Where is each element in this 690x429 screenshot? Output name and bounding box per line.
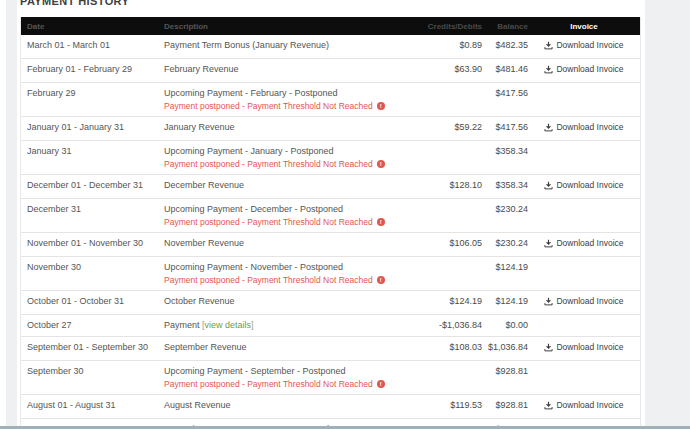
date-cell: August 01 - August 31 [21, 400, 158, 411]
balance-cell: $124.19 [482, 296, 528, 307]
download-invoice-link[interactable]: Download Invoice [544, 296, 623, 307]
credits-debits-cell: $108.03 [424, 342, 482, 353]
invoice-cell: Download Invoice [528, 64, 640, 77]
download-invoice-link[interactable]: Download Invoice [544, 64, 623, 75]
table-row: August 01 - August 31 August Revenue ! $… [21, 395, 640, 419]
invoice-cell: Download Invoice [528, 296, 640, 309]
description-cell: Upcoming Payment - September - Postponed… [158, 366, 424, 389]
credits-debits-cell: $63.90 [424, 64, 482, 75]
invoice-cell: Download Invoice [528, 400, 640, 413]
description-text: Upcoming Payment - February - Postponed [164, 88, 338, 98]
column-header-description: Description [158, 22, 424, 31]
description-text: Payment Term Bonus (January Revenue) [164, 40, 329, 50]
description-text: Upcoming Payment - December - Postponed [164, 204, 343, 214]
date-cell: February 29 [21, 88, 158, 99]
table-body: March 01 - March 01 Payment Term Bonus (… [21, 35, 640, 429]
download-invoice-link[interactable]: Download Invoice [544, 40, 623, 51]
date-cell: January 31 [21, 146, 158, 157]
description-cell: Upcoming Payment - December - Postponed … [158, 204, 424, 227]
balance-cell: $1,036.84 [482, 342, 528, 353]
column-header-date: Date [21, 22, 158, 31]
download-invoice-label: Download Invoice [556, 296, 623, 307]
description-text-line: Upcoming Payment - January - Postponed [164, 146, 424, 157]
warning-exclamation-icon: ! [377, 218, 385, 226]
balance-cell: $928.81 [482, 366, 528, 377]
balance-cell: $230.24 [482, 204, 528, 215]
invoice-cell: Download Invoice [528, 342, 640, 355]
view-details-link[interactable]: view details [205, 320, 252, 330]
date-cell: March 01 - March 01 [21, 40, 158, 51]
description-text: Upcoming Payment - November - Postponed [164, 262, 343, 272]
description-text-line: October Revenue [164, 296, 424, 307]
right-page-margin [645, 0, 690, 429]
table-row: February 29 Upcoming Payment - February … [21, 83, 640, 117]
download-icon [544, 239, 553, 248]
download-invoice-link[interactable]: Download Invoice [544, 342, 623, 353]
date-cell: December 31 [21, 204, 158, 215]
payment-history-table: Date Description Credits/Debits Balance … [20, 17, 641, 429]
description-cell: August Revenue ! [158, 400, 424, 411]
description-text: December Revenue [164, 180, 244, 190]
warning-text: Payment postponed - Payment Threshold No… [164, 101, 373, 111]
table-row: December 31 Upcoming Payment - December … [21, 199, 640, 233]
balance-cell: $358.34 [482, 180, 528, 191]
warning-exclamation-icon: ! [377, 380, 385, 388]
download-invoice-link[interactable]: Download Invoice [544, 122, 623, 133]
table-row: October 27 Payment [view details] ! -$1,… [21, 315, 640, 337]
date-cell: September 30 [21, 366, 158, 377]
description-cell: December Revenue ! [158, 180, 424, 191]
balance-cell: $417.56 [482, 88, 528, 99]
balance-cell: $482.35 [482, 40, 528, 51]
date-cell: October 01 - October 31 [21, 296, 158, 307]
table-row: November 30 Upcoming Payment - November … [21, 257, 640, 291]
date-cell: November 01 - November 30 [21, 238, 158, 249]
description-text-line: August Revenue [164, 400, 424, 411]
credits-debits-cell: $128.10 [424, 180, 482, 191]
date-cell: December 01 - December 31 [21, 180, 158, 191]
description-text: Upcoming Payment - September - Postponed [164, 366, 346, 376]
date-cell: November 30 [21, 262, 158, 273]
warning-text: Payment postponed - Payment Threshold No… [164, 275, 373, 285]
description-cell: Payment [view details] ! [158, 320, 424, 331]
balance-cell: $481.46 [482, 64, 528, 75]
description-cell: Payment Term Bonus (January Revenue) ! [158, 40, 424, 51]
description-text-line: February Revenue [164, 64, 424, 75]
payment-postponed-warning: Payment postponed - Payment Threshold No… [164, 275, 424, 285]
download-invoice-label: Download Invoice [556, 40, 623, 51]
table-header-row: Date Description Credits/Debits Balance … [21, 17, 640, 35]
invoice-cell: Download Invoice [528, 122, 640, 135]
description-cell: January Revenue ! [158, 122, 424, 133]
description-cell: November Revenue ! [158, 238, 424, 249]
warning-exclamation-icon: ! [377, 160, 385, 168]
invoice-cell: Download Invoice [528, 180, 640, 193]
credits-debits-cell: $119.53 [424, 400, 482, 411]
payment-postponed-warning: Payment postponed - Payment Threshold No… [164, 101, 424, 111]
download-invoice-label: Download Invoice [556, 342, 623, 353]
credits-debits-cell: $124.19 [424, 296, 482, 307]
warning-exclamation-icon: ! [377, 102, 385, 110]
date-cell: January 01 - January 31 [21, 122, 158, 133]
warning-text: Payment postponed - Payment Threshold No… [164, 217, 373, 227]
left-page-margin [6, 0, 17, 429]
table-row: October 01 - October 31 October Revenue … [21, 291, 640, 315]
description-text: January Revenue [164, 122, 235, 132]
warning-exclamation-icon: ! [377, 276, 385, 284]
download-invoice-label: Download Invoice [556, 238, 623, 249]
download-icon [544, 297, 553, 306]
download-invoice-link[interactable]: Download Invoice [544, 180, 623, 191]
description-text: August Revenue [164, 400, 231, 410]
download-invoice-link[interactable]: Download Invoice [544, 238, 623, 249]
credits-debits-cell: -$1,036.84 [424, 320, 482, 331]
description-text-line: November Revenue [164, 238, 424, 249]
description-cell: February Revenue ! [158, 64, 424, 75]
description-text-line: Upcoming Payment - September - Postponed [164, 366, 424, 377]
bracket-close: ] [251, 320, 254, 330]
invoice-cell: Download Invoice [528, 40, 640, 53]
download-invoice-link[interactable]: Download Invoice [544, 400, 623, 411]
download-icon [544, 401, 553, 410]
description-text-line: Upcoming Payment - December - Postponed [164, 204, 424, 215]
table-row: January 01 - January 31 January Revenue … [21, 117, 640, 141]
date-cell: September 01 - September 30 [21, 342, 158, 353]
balance-cell: $417.56 [482, 122, 528, 133]
credits-debits-cell: $106.05 [424, 238, 482, 249]
